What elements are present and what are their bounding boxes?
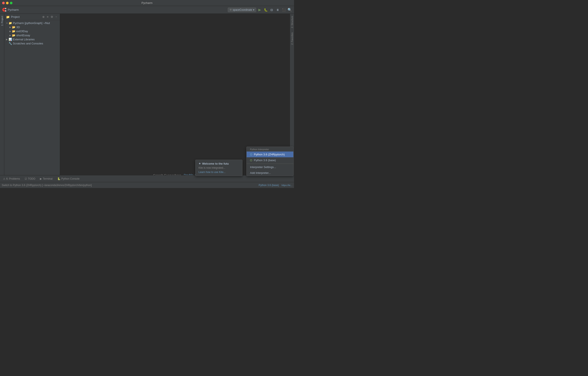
tab-terminal[interactable]: ▶ Terminal — [38, 177, 54, 181]
pycharm-icon: 🧲 — [2, 7, 7, 12]
tree-root-label: Pycharm [pythonGraph] ~/Nut — [13, 21, 50, 25]
popup-section-header: Python Interpreter — [247, 147, 293, 152]
status-interpreter[interactable]: Python 3.6 (base) — [259, 184, 279, 187]
kite-title: ✦ Welcome to the futu — [199, 162, 239, 165]
popup-item-zhr[interactable]: Python 3.6 (ZHRpytorch) — [247, 152, 293, 157]
panel-actions: ⊕ ≡ ⚙ − — [42, 15, 58, 19]
minimize-button[interactable] — [6, 2, 9, 4]
status-left-text: Switch to Python 3.6 (ZHRpytorch) [~/ana… — [2, 184, 92, 187]
title-bar: Pycharm — [0, 0, 294, 6]
tree-item-extlibs[interactable]: ▶ 📊 External Libraries — [4, 37, 60, 42]
chevron-down-icon: ▾ — [253, 8, 254, 11]
status-url: https://ki... — [282, 184, 292, 187]
kite-learn-link[interactable]: Learn how to use Kite... — [199, 171, 239, 174]
coverage-button[interactable]: ⊟ — [269, 7, 274, 12]
project-panel: 📁 Project ⊕ ≡ ⚙ − ▾ 📁 Pycharm [pythonGra… — [4, 14, 60, 188]
popup-menu: Python Interpreter Python 3.6 (ZHRpytorc… — [246, 146, 294, 176]
popup-add-label: Add Interpreter... — [250, 171, 271, 175]
popup-item-base-label: Python 3.6 (base) — [254, 159, 276, 162]
toolbar-right: ⚙ spaceCoordinate ▾ ▶ 🐛 ⊟ ⏸ ⬛ 🔍 — [228, 7, 292, 12]
close-button[interactable] — [2, 2, 5, 4]
bottom-tabs: ⚠ 6: Problems ☑ TODO ▶ Terminal 🐍 Python… — [0, 175, 294, 182]
tree-extlibs-label: External Libraries — [13, 38, 34, 41]
panel-minimize-button[interactable]: − — [54, 15, 58, 19]
kite-body: Kite is now integrated... — [199, 166, 239, 170]
tree-item-scratches[interactable]: 🔧 Scratches and Consoles — [4, 42, 60, 45]
sidebar-item-favorites[interactable]: 2: Favorites — [290, 31, 294, 46]
popup-item-zhr-label: Python 3.6 (ZHRpytorch) — [254, 153, 285, 156]
tree-item-extofday[interactable]: ▶ 📂 extOfDay — [4, 29, 60, 33]
sidebar-item-structure[interactable]: 2: Structure — [290, 15, 294, 29]
tab-python-console[interactable]: 🐍 Python Console — [55, 177, 82, 181]
terminal-icon: ▶ — [40, 177, 42, 180]
toolbar: 🧲 Pycharm ⚙ spaceCoordinate ▾ ▶ 🐛 ⊟ ⏸ ⬛ … — [0, 6, 294, 14]
panel-scope-button[interactable]: ⊕ — [42, 15, 45, 19]
panel-title: Project — [11, 15, 40, 19]
panel-filter-button[interactable]: ≡ — [46, 15, 50, 19]
tab-terminal-label: Terminal — [43, 177, 52, 180]
popup-item-add[interactable]: Add Interpreter... — [247, 170, 293, 176]
sidebar-item-project[interactable]: 1: Project — [0, 15, 4, 27]
tab-python-console-label: Python Console — [61, 177, 80, 180]
interpreter-selector[interactable]: ⚙ spaceCoordinate ▾ — [228, 8, 256, 12]
kite-notification: ✦ Welcome to the futu Kite is now integr… — [195, 160, 242, 176]
popup-item-base[interactable]: Python 3.6 (base) — [247, 157, 293, 163]
tree-item-3d[interactable]: ▶ 📂 3D — [4, 25, 60, 29]
status-switch-interpreter[interactable]: Switch to Python 3.6 (ZHRpytorch) [~/ana… — [2, 184, 92, 187]
python-console-icon: 🐍 — [57, 177, 61, 180]
search-everywhere-button[interactable]: 🔍 — [287, 7, 292, 12]
stop-button[interactable]: ⬛ — [281, 7, 286, 12]
window-title: Pycharm — [141, 1, 152, 4]
todo-icon: ☑ — [25, 177, 27, 180]
tab-todo[interactable]: ☑ TODO — [22, 177, 37, 181]
tree-folder-3d: 3D — [16, 26, 20, 29]
tree-folder-shortessay: shortEssay — [16, 34, 30, 37]
popup-item-settings[interactable]: Interpreter Settings... — [247, 164, 293, 170]
left-tabs: 1: Project — [0, 14, 4, 188]
tree-scratches-label: Scratches and Consoles — [13, 42, 43, 45]
file-tree: ▾ 📁 Pycharm [pythonGraph] ~/Nut ▶ 📂 3D ▶… — [4, 20, 60, 188]
pause-button[interactable]: ⏸ — [275, 7, 280, 12]
tree-item-shortessay[interactable]: ▶ 📂 shortEssay — [4, 33, 60, 37]
kite-icon: ✦ — [199, 162, 201, 165]
run-button[interactable]: ▶ — [257, 7, 262, 12]
debug-button[interactable]: 🐛 — [263, 7, 268, 12]
toolbar-left: 🧲 Pycharm — [2, 7, 19, 12]
status-right: Python 3.6 (base) https://ki... — [259, 184, 292, 187]
interpreter-name: spaceCoordinate — [233, 8, 252, 11]
tab-problems[interactable]: ⚠ 6: Problems — [1, 177, 22, 181]
popup-divider — [247, 164, 293, 164]
tab-problems-label: 6: Problems — [6, 177, 20, 180]
maximize-button[interactable] — [10, 2, 12, 4]
tree-folder-extofday: extOfDay — [16, 30, 28, 33]
panel-header: 📁 Project ⊕ ≡ ⚙ − — [4, 14, 60, 20]
kite-title-text: Welcome to the futu — [202, 162, 229, 165]
traffic-lights — [2, 2, 12, 4]
panel-gear-button[interactable]: ⚙ — [50, 15, 54, 19]
app-name: Pycharm — [8, 8, 19, 11]
interpreter-popup: Python Interpreter Python 3.6 (ZHRpytorc… — [246, 146, 294, 176]
dot-icon-base — [250, 159, 252, 161]
popup-settings-label: Interpreter Settings... — [250, 166, 276, 169]
problems-icon: ⚠ — [3, 177, 5, 180]
status-bar: Switch to Python 3.6 (ZHRpytorch) [~/ana… — [0, 182, 294, 188]
tree-item-root[interactable]: ▾ 📁 Pycharm [pythonGraph] ~/Nut — [4, 21, 60, 25]
dot-icon-zhr — [250, 153, 252, 156]
tab-todo-label: TODO — [28, 177, 35, 180]
